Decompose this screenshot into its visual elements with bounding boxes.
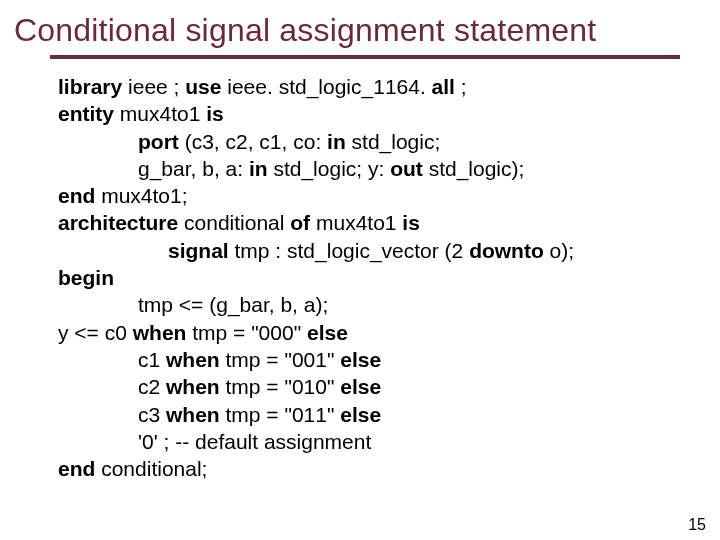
kw-is: is: [206, 102, 224, 125]
code-line: c2 when tmp = "010" else: [58, 373, 680, 400]
text: tmp : std_logic_vector (2: [229, 239, 469, 262]
title-underline: [50, 55, 680, 59]
text: ieee. std_logic_1164.: [221, 75, 431, 98]
kw-library: library: [58, 75, 122, 98]
kw-else: else: [307, 321, 348, 344]
kw-downto: downto: [469, 239, 544, 262]
text: c2: [138, 375, 166, 398]
kw-all: all: [432, 75, 455, 98]
text: std_logic);: [423, 157, 525, 180]
kw-when: when: [166, 403, 220, 426]
code-line: '0' ; -- default assignment: [58, 428, 680, 455]
text: y <= c0: [58, 321, 133, 344]
text: c1: [138, 348, 166, 371]
code-line: end mux4to1;: [58, 182, 680, 209]
kw-is: is: [402, 211, 420, 234]
text: tmp = "001": [220, 348, 341, 371]
code-line: architecture conditional of mux4to1 is: [58, 209, 680, 236]
text: (c3, c2, c1, co:: [179, 130, 327, 153]
code-line: entity mux4to1 is: [58, 100, 680, 127]
slide-title: Conditional signal assignment statement: [0, 0, 720, 55]
code-line: end conditional;: [58, 455, 680, 482]
kw-when: when: [166, 348, 220, 371]
text: '0' ; -- default assignment: [138, 430, 371, 453]
kw-begin: begin: [58, 266, 114, 289]
slide: Conditional signal assignment statement …: [0, 0, 720, 540]
text: tmp <= (g_bar, b, a);: [138, 293, 328, 316]
text: std_logic;: [346, 130, 441, 153]
code-block: library ieee ; use ieee. std_logic_1164.…: [0, 73, 720, 482]
text: ;: [455, 75, 467, 98]
kw-of: of: [290, 211, 310, 234]
kw-when: when: [133, 321, 187, 344]
code-line: signal tmp : std_logic_vector (2 downto …: [58, 237, 680, 264]
text: g_bar, b, a:: [138, 157, 249, 180]
code-line: c1 when tmp = "001" else: [58, 346, 680, 373]
kw-in: in: [249, 157, 268, 180]
text: mux4to1: [310, 211, 402, 234]
code-line: begin: [58, 264, 680, 291]
text: o);: [544, 239, 574, 262]
code-line: c3 when tmp = "011" else: [58, 401, 680, 428]
kw-else: else: [340, 403, 381, 426]
kw-port: port: [138, 130, 179, 153]
code-line: library ieee ; use ieee. std_logic_1164.…: [58, 73, 680, 100]
kw-signal: signal: [168, 239, 229, 262]
text: conditional;: [95, 457, 207, 480]
kw-when: when: [166, 375, 220, 398]
kw-else: else: [340, 375, 381, 398]
code-line: g_bar, b, a: in std_logic; y: out std_lo…: [58, 155, 680, 182]
text: tmp = "011": [220, 403, 341, 426]
text: ieee ;: [122, 75, 185, 98]
kw-end: end: [58, 184, 95, 207]
kw-else: else: [340, 348, 381, 371]
kw-use: use: [185, 75, 221, 98]
kw-out: out: [390, 157, 423, 180]
text: tmp = "010": [220, 375, 341, 398]
code-line: y <= c0 when tmp = "000" else: [58, 319, 680, 346]
text: std_logic; y:: [268, 157, 391, 180]
kw-entity: entity: [58, 102, 114, 125]
code-line: tmp <= (g_bar, b, a);: [58, 291, 680, 318]
kw-in: in: [327, 130, 346, 153]
kw-architecture: architecture: [58, 211, 178, 234]
text: c3: [138, 403, 166, 426]
text: mux4to1;: [95, 184, 187, 207]
text: tmp = "000": [186, 321, 307, 344]
page-number: 15: [688, 516, 706, 534]
code-line: port (c3, c2, c1, co: in std_logic;: [58, 128, 680, 155]
kw-end: end: [58, 457, 95, 480]
text: conditional: [178, 211, 290, 234]
text: mux4to1: [114, 102, 206, 125]
